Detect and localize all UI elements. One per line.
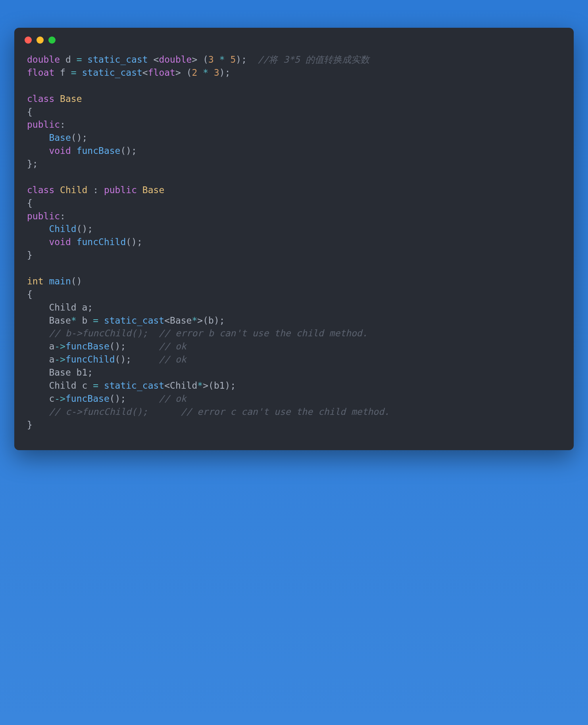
code-line: a->funcBase(); // ok — [27, 341, 186, 351]
minimize-icon[interactable] — [37, 36, 44, 44]
code-line: { — [27, 107, 33, 117]
code-line: Base(); — [27, 132, 87, 143]
code-line: }; — [27, 159, 38, 169]
code-line: Base* b = static_cast<Base*>(b); — [27, 315, 225, 326]
window-titlebar — [14, 28, 574, 47]
code-line: } — [27, 250, 33, 260]
code-line: public: — [27, 211, 65, 221]
code-line: void funcChild(); — [27, 237, 142, 247]
code-line: } — [27, 420, 33, 430]
code-line: float f = static_cast<float> (2 * 3); — [27, 67, 231, 78]
code-line: Child(); — [27, 224, 93, 234]
code-window: double d = static_cast <double> (3 * 5);… — [14, 28, 574, 450]
code-line: double d = static_cast <double> (3 * 5);… — [27, 54, 369, 65]
code-block: double d = static_cast <double> (3 * 5);… — [14, 47, 574, 450]
maximize-icon[interactable] — [48, 36, 56, 44]
code-line: { — [27, 289, 33, 299]
code-line: // c->funcChild(); // error c can't use … — [27, 407, 390, 417]
close-icon[interactable] — [25, 36, 32, 44]
code-line: // b->funcChild(); // error b can't use … — [27, 328, 368, 338]
code-line: Child a; — [27, 302, 93, 313]
code-line: public: — [27, 119, 65, 130]
code-line: Base b1; — [27, 367, 93, 378]
code-line: Child c = static_cast<Child*>(b1); — [27, 380, 236, 391]
code-line: class Child : public Base — [27, 185, 164, 195]
code-line: c->funcBase(); // ok — [27, 393, 186, 404]
code-line: a->funcChild(); // ok — [27, 354, 186, 364]
code-line: void funcBase(); — [27, 146, 137, 156]
code-line: class Base — [27, 94, 82, 104]
code-line: int main() — [27, 276, 82, 286]
code-line: { — [27, 198, 33, 208]
